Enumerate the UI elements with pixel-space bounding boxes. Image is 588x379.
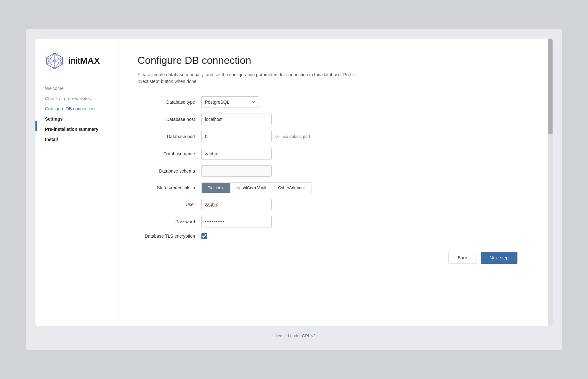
next-step-button[interactable]: Next step <box>481 252 517 264</box>
db-name-row: Database name <box>138 148 527 160</box>
sidebar-item-configure-db[interactable]: Configure DB connection <box>45 104 109 114</box>
db-host-input[interactable] <box>201 114 272 125</box>
db-name-label: Database name <box>138 151 201 156</box>
user-input[interactable] <box>201 199 272 210</box>
page-description: Please create database manually, and set… <box>138 71 361 85</box>
db-host-row: Database host <box>138 114 527 125</box>
db-port-row: Database port 0 - use default port <box>138 131 527 142</box>
credentials-button-group: Plain text HashiCorp Vault CyberArk Vaul… <box>201 182 312 193</box>
tls-checkbox[interactable] <box>201 233 207 239</box>
main-content: Configure DB connection Please create da… <box>118 39 553 326</box>
action-row: Back Next step <box>138 252 527 264</box>
db-port-input[interactable] <box>201 131 272 142</box>
logo-light: MAX <box>80 56 100 66</box>
back-button[interactable]: Back <box>449 252 477 264</box>
db-type-label: Database type <box>138 100 201 105</box>
user-control <box>201 199 272 210</box>
logo-icon <box>45 51 64 71</box>
db-name-control <box>201 148 272 160</box>
logo-area: initMAX <box>45 51 109 71</box>
store-credentials-label: Store credentials in <box>138 185 201 190</box>
footer: Licensed under GPL v2 <box>35 326 553 341</box>
outer-wrapper: initMAX Welcome Check of pre-requisites … <box>26 29 562 350</box>
db-port-hint: 0 - use default port <box>275 134 310 139</box>
cred-plain-text-button[interactable]: Plain text <box>202 183 230 193</box>
page-title: Configure DB connection <box>138 55 527 66</box>
nav-list: Welcome Check of pre-requisites Configur… <box>45 83 109 145</box>
store-credentials-row: Store credentials in Plain text HashiCor… <box>138 182 527 193</box>
tls-label: Database TLS encryption <box>138 234 201 239</box>
db-schema-control <box>201 165 272 177</box>
db-schema-input[interactable] <box>201 165 272 177</box>
db-port-label: Database port <box>138 134 201 139</box>
db-name-input[interactable] <box>201 148 272 160</box>
logo-text: initMAX <box>69 56 100 66</box>
db-schema-row: Database schema <box>138 165 527 177</box>
gpl-link[interactable]: GPL v2 <box>302 333 316 338</box>
db-config-form: Database type PostgreSQL MySQL SQLite Or… <box>138 96 527 239</box>
cred-hashicorp-button[interactable]: HashiCorp Vault <box>230 183 272 193</box>
user-label: User <box>138 202 201 207</box>
sidebar: initMAX Welcome Check of pre-requisites … <box>35 39 118 326</box>
store-credentials-control: Plain text HashiCorp Vault CyberArk Vaul… <box>201 182 312 193</box>
main-card: initMAX Welcome Check of pre-requisites … <box>35 39 553 326</box>
sidebar-item-settings[interactable]: Settings <box>45 114 109 124</box>
tls-row: Database TLS encryption <box>138 233 527 239</box>
db-type-control: PostgreSQL MySQL SQLite Oracle <box>201 96 259 108</box>
cred-cyberark-button[interactable]: CyberArk Vault <box>272 183 311 193</box>
tls-control <box>201 233 207 239</box>
db-host-label: Database host <box>138 117 201 122</box>
sidebar-active-bar <box>35 121 37 131</box>
password-row: Password <box>138 216 527 227</box>
sidebar-item-welcome[interactable]: Welcome <box>45 83 109 93</box>
db-host-control <box>201 114 272 125</box>
db-schema-label: Database schema <box>138 168 201 174</box>
password-label: Password <box>138 219 201 224</box>
user-row: User <box>138 199 527 210</box>
db-port-control: 0 - use default port <box>201 131 310 142</box>
logo-bold: init <box>69 56 80 66</box>
password-input[interactable] <box>201 216 272 227</box>
db-type-select[interactable]: PostgreSQL MySQL SQLite Oracle <box>201 96 259 108</box>
footer-text: Licensed under GPL v2 <box>272 333 315 338</box>
sidebar-item-install[interactable]: Install <box>45 134 109 145</box>
db-type-row: Database type PostgreSQL MySQL SQLite Or… <box>138 96 527 108</box>
password-control <box>201 216 272 227</box>
sidebar-item-pre-installation[interactable]: Pre-installation summary <box>45 124 109 134</box>
sidebar-item-check-pre-requisites[interactable]: Check of pre-requisites <box>45 93 109 104</box>
